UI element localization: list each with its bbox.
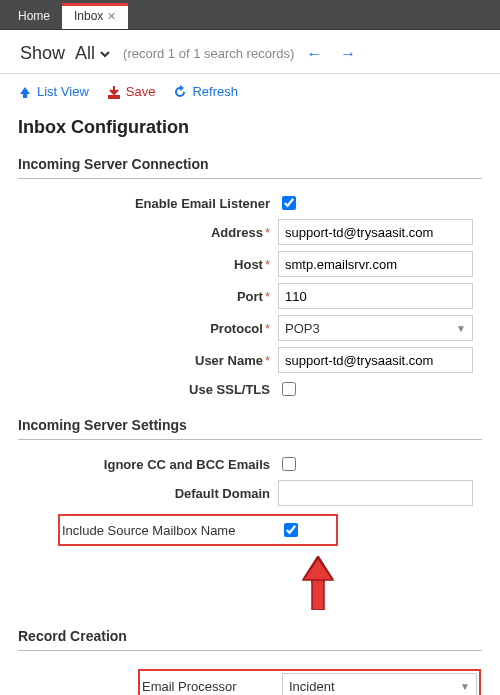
address-label: Address <box>18 225 278 240</box>
close-icon[interactable]: ✕ <box>107 10 116 23</box>
enable-listener-checkbox[interactable] <box>282 196 296 210</box>
save-button[interactable]: Save <box>107 84 156 99</box>
row-protocol: Protocol POP3 ▼ <box>18 315 482 341</box>
highlight-include-source: Include Source Mailbox Name <box>58 514 338 546</box>
row-enable-listener: Enable Email Listener <box>18 193 482 213</box>
tab-inbox[interactable]: Inbox ✕ <box>62 3 128 29</box>
row-username: User Name <box>18 347 482 373</box>
username-label: User Name <box>18 353 278 368</box>
host-label: Host <box>18 257 278 272</box>
email-processor-label: Email Processor <box>142 679 282 694</box>
protocol-value: POP3 <box>285 321 320 336</box>
default-domain-label: Default Domain <box>18 486 278 501</box>
row-ssl: Use SSL/TLS <box>18 379 482 399</box>
chevron-down-icon: ▼ <box>460 681 470 692</box>
row-address: Address <box>18 219 482 245</box>
tab-home[interactable]: Home <box>6 3 62 29</box>
refresh-icon <box>173 85 187 99</box>
email-processor-select[interactable]: Incident ▼ <box>282 673 477 695</box>
row-host: Host <box>18 251 482 277</box>
enable-listener-label: Enable Email Listener <box>18 196 278 211</box>
prev-record-button[interactable]: ← <box>306 45 322 63</box>
annotation-arrow-icon <box>298 556 338 610</box>
address-field[interactable] <box>278 219 473 245</box>
download-icon <box>107 85 121 99</box>
highlight-email-processor: Email Processor Incident ▼ <box>138 669 481 695</box>
ssl-checkbox[interactable] <box>282 382 296 396</box>
show-label: Show <box>20 43 65 64</box>
next-record-button[interactable]: → <box>340 45 356 63</box>
protocol-label: Protocol <box>18 321 278 336</box>
save-label: Save <box>126 84 156 99</box>
chevron-down-icon: ▼ <box>456 323 466 334</box>
default-domain-field[interactable] <box>278 480 473 506</box>
username-field[interactable] <box>278 347 473 373</box>
port-label: Port <box>18 289 278 304</box>
page-title: Inbox Configuration <box>18 117 482 138</box>
filter-value: All <box>75 43 95 64</box>
svg-rect-0 <box>312 578 324 610</box>
host-field[interactable] <box>278 251 473 277</box>
row-default-domain: Default Domain <box>18 480 482 506</box>
section-incoming-settings: Incoming Server Settings <box>18 413 482 440</box>
list-view-label: List View <box>37 84 89 99</box>
refresh-button[interactable]: Refresh <box>173 84 238 99</box>
section-record-creation: Record Creation <box>18 624 482 651</box>
port-field[interactable] <box>278 283 473 309</box>
content: Inbox Configuration Incoming Server Conn… <box>0 109 500 695</box>
list-view-button[interactable]: List View <box>18 84 89 99</box>
row-ignore-cc: Ignore CC and BCC Emails <box>18 454 482 474</box>
ignore-cc-label: Ignore CC and BCC Emails <box>18 457 278 472</box>
section-incoming-connection: Incoming Server Connection <box>18 152 482 179</box>
record-count: (record 1 of 1 search records) <box>123 46 294 61</box>
ignore-cc-checkbox[interactable] <box>282 457 296 471</box>
email-processor-value: Incident <box>289 679 335 694</box>
refresh-label: Refresh <box>192 84 238 99</box>
include-source-checkbox[interactable] <box>284 523 298 537</box>
up-arrow-icon <box>18 85 32 99</box>
ssl-label: Use SSL/TLS <box>18 382 278 397</box>
protocol-select[interactable]: POP3 ▼ <box>278 315 473 341</box>
tab-inbox-label: Inbox <box>74 9 103 23</box>
tab-home-label: Home <box>18 9 50 23</box>
tab-bar: Home Inbox ✕ <box>0 0 500 30</box>
action-bar: List View Save Refresh <box>0 74 500 109</box>
include-source-label: Include Source Mailbox Name <box>62 523 280 538</box>
chevron-down-icon <box>99 48 111 60</box>
row-port: Port <box>18 283 482 309</box>
filter-dropdown[interactable]: All <box>75 43 111 64</box>
toolbar: Show All (record 1 of 1 search records) … <box>0 30 500 74</box>
